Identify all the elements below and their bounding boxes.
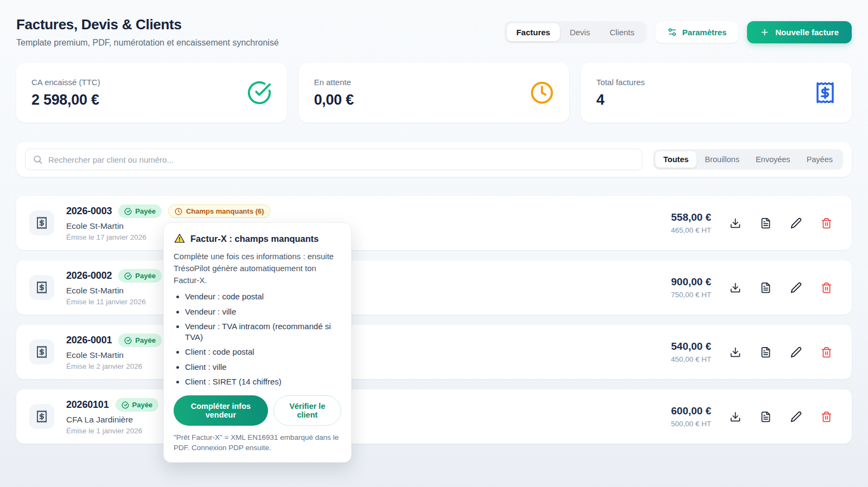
amount-ttc: 540,00 € (671, 341, 711, 353)
invoice-number: 2026-0003 (66, 206, 112, 217)
clock-icon (530, 81, 554, 105)
client-name: Ecole St-Martin (66, 350, 671, 360)
sliders-icon (667, 27, 677, 37)
file-text-icon (760, 411, 771, 422)
amount-ht: 465,00 € HT (671, 226, 711, 234)
download-icon (730, 411, 741, 422)
receipt-icon (29, 275, 54, 300)
warning-triangle-icon (174, 233, 186, 245)
download-icon (730, 282, 741, 293)
stat-label: CA encaissé (TTC) (31, 78, 100, 87)
invoice-number: 20260101 (66, 399, 109, 411)
tab-clients[interactable]: Clients (600, 23, 644, 41)
popover-title-row: Factur-X : champs manquants (174, 233, 341, 245)
status-badge-paid: Payée (118, 334, 162, 347)
search-input[interactable] (25, 149, 642, 170)
filter-toutes[interactable]: Toutes (655, 151, 697, 168)
list-item: Client : code postal (185, 347, 341, 357)
download-button[interactable] (727, 344, 743, 360)
trash-icon (821, 217, 832, 229)
filter-payees[interactable]: Payées (799, 151, 841, 168)
stat-label: Total factures (596, 78, 644, 87)
document-button[interactable] (758, 215, 774, 231)
document-button[interactable] (758, 344, 774, 360)
document-button[interactable] (758, 280, 774, 296)
invoice-row: 2026-0003 Payée Champs manquants (6) Eco… (16, 196, 852, 250)
issue-date: Émise le 2 janvier 2026 (66, 362, 671, 370)
header-controls: Factures Devis Clients Paramètres Nouvel… (505, 21, 852, 43)
stat-card-total: Total factures 4 (581, 63, 852, 123)
filter-envoyees[interactable]: Envoyées (748, 151, 799, 168)
download-icon (730, 347, 741, 358)
trash-icon (821, 347, 832, 358)
invoice-info: 2026-0002 Payée Champs manquants (6) Eco… (66, 269, 671, 306)
download-button[interactable] (727, 215, 743, 231)
invoice-amounts: 600,00 € 500,00 € HT (671, 405, 711, 428)
receipt-icon (29, 210, 54, 235)
list-item: Vendeur : code postal (185, 291, 341, 302)
check-circle-icon (124, 208, 132, 215)
invoice-amounts: 540,00 € 450,00 € HT (671, 341, 711, 363)
download-icon (730, 217, 741, 229)
delete-button[interactable] (819, 409, 834, 425)
edit-button[interactable] (788, 280, 804, 296)
list-item: Vendeur : TVA intracom (recommandé si TV… (185, 321, 341, 343)
delete-button[interactable] (819, 344, 834, 360)
popover-title: Factur-X : champs manquants (190, 234, 319, 244)
stat-text: Total factures 4 (596, 78, 644, 108)
download-button[interactable] (727, 280, 743, 296)
pencil-icon (790, 347, 802, 358)
status-filter-group: Toutes Brouillons Envoyées Payées (653, 149, 843, 170)
page-title: Factures, Devis & Clients (16, 16, 279, 33)
receipt-icon (29, 339, 54, 364)
edit-button[interactable] (788, 344, 804, 360)
filter-brouillons[interactable]: Brouillons (697, 151, 748, 168)
missing-fields-badge[interactable]: Champs manquants (6) (168, 204, 271, 218)
edit-button[interactable] (788, 215, 804, 231)
amount-ttc: 600,00 € (671, 405, 711, 417)
new-invoice-button[interactable]: Nouvelle facture (747, 21, 852, 43)
status-badge-label: Payée (135, 336, 156, 344)
complete-vendor-info-button[interactable]: Compléter infos vendeur (174, 395, 268, 426)
stat-label: En attente (314, 78, 354, 87)
missing-fields-list: Vendeur : code postal Vendeur : ville Ve… (185, 291, 341, 387)
new-invoice-button-label: Nouvelle facture (775, 28, 839, 37)
stats-row: CA encaissé (TTC) 2 598,00 € En attente … (16, 63, 852, 123)
invoice-actions (727, 215, 839, 231)
delete-button[interactable] (819, 280, 834, 296)
client-name: Ecole St-Martin (66, 221, 671, 231)
invoice-list: 2026-0003 Payée Champs manquants (6) Eco… (16, 196, 852, 444)
tab-factures[interactable]: Factures (507, 23, 560, 41)
popover-buttons: Compléter infos vendeur Vérifier le clie… (174, 395, 341, 426)
trash-icon (821, 411, 832, 422)
facturx-popover: Factur-X : champs manquants Complète une… (163, 222, 352, 463)
stat-card-pending: En attente 0,00 € (299, 63, 570, 123)
pencil-icon (790, 411, 802, 422)
invoice-actions (727, 344, 839, 360)
settings-button[interactable]: Paramètres (655, 21, 739, 43)
list-item: Vendeur : ville (185, 306, 341, 317)
page-header: Factures, Devis & Clients Template premi… (16, 16, 852, 48)
status-badge-label: Payée (135, 272, 156, 280)
popover-footnote: "Prêt Factur-X" = XML EN16931 embarqué d… (174, 433, 341, 453)
search-filter-bar: Toutes Brouillons Envoyées Payées (16, 142, 852, 177)
stat-value: 4 (596, 92, 644, 108)
pencil-icon (790, 217, 802, 229)
invoice-info: 2026-0003 Payée Champs manquants (6) Eco… (66, 204, 671, 241)
check-circle-icon (122, 401, 129, 409)
edit-button[interactable] (788, 409, 804, 425)
issue-date: Émise le 1 janvier 2026 (66, 427, 671, 435)
invoice-actions (727, 409, 839, 425)
clock-icon (175, 208, 182, 215)
invoice-actions (727, 280, 839, 296)
stat-text: En attente 0,00 € (314, 78, 354, 108)
page-subtitle: Template premium, PDF, numérotation et e… (16, 38, 279, 48)
download-button[interactable] (727, 409, 743, 425)
main-tab-group: Factures Devis Clients (505, 21, 647, 43)
verify-client-button[interactable]: Vérifier le client (273, 395, 341, 426)
delete-button[interactable] (819, 215, 834, 231)
issue-date: Émise le 17 janvier 2026 (66, 233, 671, 241)
amount-ttc: 900,00 € (671, 276, 711, 288)
tab-devis[interactable]: Devis (560, 23, 600, 41)
document-button[interactable] (758, 409, 774, 425)
